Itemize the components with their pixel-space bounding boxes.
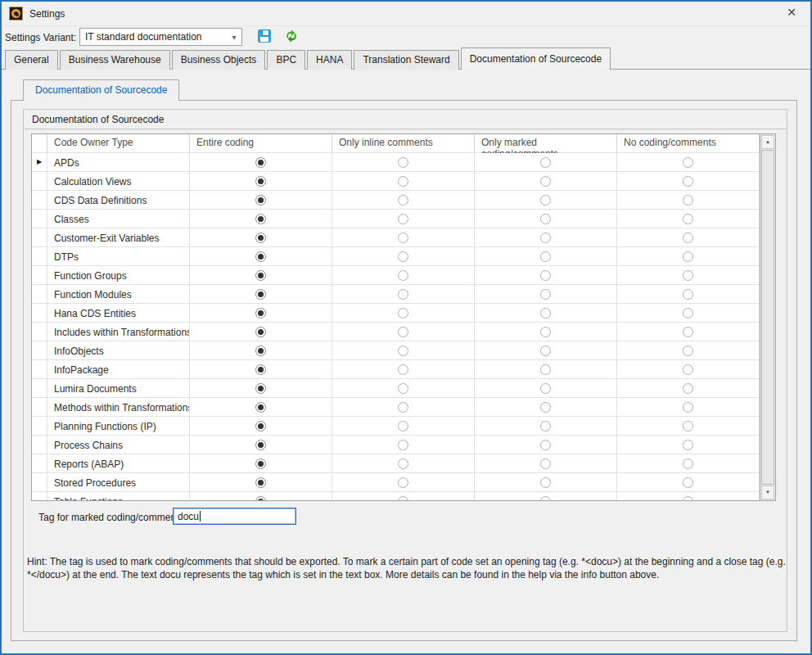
radio-unselected[interactable] <box>398 364 408 375</box>
radio-selected[interactable] <box>255 496 266 501</box>
radio-unselected[interactable] <box>683 383 693 394</box>
radio-unselected[interactable] <box>540 233 551 243</box>
radio-unselected[interactable] <box>683 346 693 356</box>
table-row[interactable]: CDS Data Definitions <box>32 191 760 210</box>
radio-selected[interactable] <box>255 308 266 318</box>
table-row[interactable]: Includes within Transformations <box>32 323 760 341</box>
radio-unselected[interactable] <box>398 157 408 168</box>
tab-documentation-of-sourcecode-inner[interactable]: Documentation of Sourcecode <box>23 79 179 101</box>
settings-variant-dropdown[interactable]: IT standard documentation ▾ <box>79 28 242 46</box>
tab-business-warehouse[interactable]: Business Warehouse <box>60 50 170 70</box>
radio-unselected[interactable] <box>398 233 408 243</box>
radio-selected[interactable] <box>255 289 266 300</box>
radio-unselected[interactable] <box>398 327 408 337</box>
table-row[interactable]: Customer-Exit Variables <box>32 228 760 247</box>
table-row[interactable]: Lumira Documents <box>32 379 760 398</box>
radio-selected[interactable] <box>255 233 266 243</box>
column-header[interactable]: No coding/comments <box>617 134 760 152</box>
radio-unselected[interactable] <box>683 421 693 431</box>
radio-selected[interactable] <box>255 157 266 168</box>
radio-unselected[interactable] <box>398 176 408 187</box>
radio-unselected[interactable] <box>398 346 408 356</box>
radio-unselected[interactable] <box>540 364 551 375</box>
radio-unselected[interactable] <box>398 402 408 413</box>
radio-unselected[interactable] <box>398 251 408 262</box>
radio-selected[interactable] <box>255 214 266 224</box>
tab-documentation-of-sourcecode[interactable]: Documentation of Sourcecode <box>461 47 611 70</box>
table-row[interactable]: Planning Functions (IP) <box>32 417 760 436</box>
radio-unselected[interactable] <box>540 214 551 224</box>
table-row[interactable]: InfoObjects <box>32 341 760 360</box>
radio-unselected[interactable] <box>540 251 551 262</box>
column-header[interactable]: Only inline comments <box>332 134 475 152</box>
radio-unselected[interactable] <box>683 195 693 206</box>
radio-selected[interactable] <box>255 270 266 281</box>
table-row[interactable]: Function Modules <box>32 285 760 304</box>
dropdown-arrow-icon[interactable]: ▾ <box>227 33 241 42</box>
scrollbar-thumb[interactable] <box>761 150 774 485</box>
radio-selected[interactable] <box>255 327 266 337</box>
tab-translation-steward[interactable]: Translation Steward <box>354 50 458 70</box>
radio-unselected[interactable] <box>683 214 693 224</box>
radio-selected[interactable] <box>255 251 266 262</box>
radio-unselected[interactable] <box>540 402 551 413</box>
radio-unselected[interactable] <box>540 477 551 488</box>
radio-unselected[interactable] <box>683 327 693 337</box>
radio-unselected[interactable] <box>540 176 551 187</box>
tab-general[interactable]: General <box>5 50 58 70</box>
refresh-icon[interactable] <box>285 29 298 43</box>
table-row[interactable]: Classes <box>32 210 760 228</box>
radio-unselected[interactable] <box>683 308 693 318</box>
table-row[interactable]: Calculation Views <box>32 172 760 191</box>
radio-selected[interactable] <box>255 176 266 187</box>
radio-unselected[interactable] <box>540 289 551 300</box>
radio-unselected[interactable] <box>398 421 408 431</box>
radio-unselected[interactable] <box>540 157 551 168</box>
radio-unselected[interactable] <box>540 458 551 469</box>
radio-unselected[interactable] <box>398 496 408 501</box>
tab-business-objects[interactable]: Business Objects <box>172 50 266 70</box>
radio-unselected[interactable] <box>683 251 693 262</box>
tab-hana[interactable]: HANA <box>307 50 352 70</box>
radio-unselected[interactable] <box>540 308 551 318</box>
radio-unselected[interactable] <box>398 477 408 488</box>
table-row[interactable]: InfoPackage <box>32 360 760 379</box>
radio-selected[interactable] <box>255 477 266 488</box>
radio-unselected[interactable] <box>540 383 551 394</box>
radio-unselected[interactable] <box>683 496 693 501</box>
radio-selected[interactable] <box>255 458 266 469</box>
table-row[interactable]: Process Chains <box>32 436 760 454</box>
table-row[interactable]: Table Functions <box>32 492 760 500</box>
column-header[interactable]: Code Owner Type <box>47 134 190 152</box>
radio-unselected[interactable] <box>398 440 408 450</box>
radio-unselected[interactable] <box>540 270 551 281</box>
radio-unselected[interactable] <box>540 421 551 431</box>
radio-selected[interactable] <box>255 402 266 413</box>
radio-selected[interactable] <box>255 364 266 375</box>
radio-unselected[interactable] <box>398 270 408 281</box>
table-row[interactable]: Methods within Transformations <box>32 398 760 417</box>
radio-unselected[interactable] <box>683 402 693 413</box>
radio-unselected[interactable] <box>398 289 408 300</box>
radio-unselected[interactable] <box>540 327 551 337</box>
radio-unselected[interactable] <box>683 270 693 281</box>
table-row[interactable]: Reports (ABAP) <box>32 454 760 473</box>
radio-unselected[interactable] <box>683 477 693 488</box>
table-row[interactable]: Function Groups <box>32 266 760 285</box>
radio-unselected[interactable] <box>683 440 693 450</box>
table-row[interactable]: Stored Procedures <box>32 473 760 492</box>
vertical-scrollbar[interactable]: ▲ ▼ <box>760 134 775 500</box>
tab-bpc[interactable]: BPC <box>267 50 305 70</box>
column-header[interactable]: Only marked coding/comments <box>475 134 617 152</box>
radio-unselected[interactable] <box>398 214 408 224</box>
radio-unselected[interactable] <box>540 346 551 356</box>
radio-unselected[interactable] <box>540 195 551 206</box>
radio-unselected[interactable] <box>398 195 408 206</box>
radio-unselected[interactable] <box>683 176 693 187</box>
radio-unselected[interactable] <box>540 440 551 450</box>
save-icon[interactable] <box>258 29 271 43</box>
radio-selected[interactable] <box>255 421 266 431</box>
table-row[interactable]: DTPs <box>32 247 760 266</box>
radio-unselected[interactable] <box>398 383 408 394</box>
close-icon[interactable]: ✕ <box>782 3 801 21</box>
